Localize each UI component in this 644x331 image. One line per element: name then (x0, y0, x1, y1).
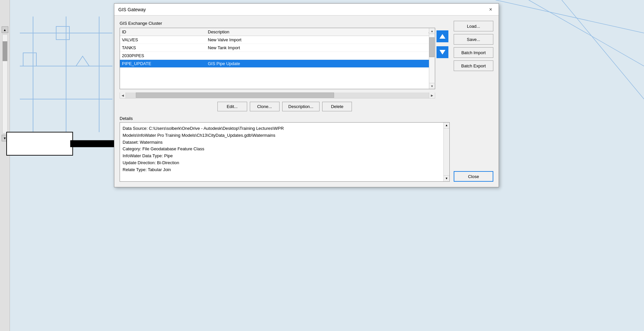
clone-button[interactable]: Clone... (250, 102, 280, 111)
close-button[interactable]: Close (454, 171, 493, 182)
details-scrollbar[interactable]: ▲ ▼ (443, 123, 449, 181)
details-label: Details (120, 116, 450, 121)
details-box: Data Source: C:\Users\solberk\OneDrive -… (120, 122, 450, 182)
cell-desc: New Valve Import (208, 37, 433, 42)
dialog-close-button[interactable]: × (487, 6, 495, 14)
save-button[interactable]: Save... (454, 34, 493, 45)
gis-gateway-dialog: GIS Gateway × GIS Exchange Cluster ID De… (114, 3, 499, 187)
cell-id: VALVES (122, 37, 208, 42)
cell-id: PIPE_UPDATE (122, 61, 208, 66)
svg-marker-8 (76, 56, 89, 66)
edit-button[interactable]: Edit... (217, 102, 247, 111)
load-button[interactable]: Load... (454, 21, 493, 31)
delete-button[interactable]: Delete (322, 102, 352, 111)
col-header-id: ID (122, 29, 208, 34)
h-scroll-right[interactable]: ▶ (429, 92, 435, 98)
col-header-description: Description (208, 29, 426, 34)
table-row-selected[interactable]: PIPE_UPDATE GIS Pipe Update (120, 60, 435, 68)
dialog-sidebar: Load... Save... Batch Import Batch Expor… (454, 21, 493, 182)
cell-id: 2030PIPES (122, 53, 208, 58)
svg-line-10 (562, 0, 644, 99)
table-row[interactable]: 2030PIPES (120, 52, 435, 60)
table-row[interactable]: TANKS New Tank Import (120, 44, 435, 52)
exchange-cluster-table: ID Description ▲ VALVES New Valve Import (120, 28, 435, 102)
cell-desc: GIS Pipe Update (208, 61, 433, 66)
batch-import-button[interactable]: Batch Import (454, 47, 493, 58)
action-buttons-row: Edit... Clone... Description... Delete (120, 102, 450, 111)
table-row[interactable]: VALVES New Valve Import (120, 36, 435, 44)
details-scroll-down[interactable]: ▼ (444, 175, 449, 181)
table-header: ID Description ▲ (120, 28, 435, 36)
cell-desc: New Tank Import (208, 45, 433, 50)
h-scroll-left[interactable]: ◀ (120, 92, 126, 98)
svg-rect-12 (7, 132, 73, 155)
details-text: Data Source: C:\Users\solberk\OneDrive -… (123, 125, 447, 173)
scroll-up-arrow[interactable]: ▲ (2, 26, 8, 33)
cell-desc (208, 53, 433, 58)
description-button[interactable]: Description... (282, 102, 320, 111)
dialog-titlebar: GIS Gateway × (114, 4, 499, 16)
batch-export-button[interactable]: Batch Export (454, 60, 493, 71)
cell-id: TANKS (122, 45, 208, 50)
table-scroll-down[interactable]: ▼ (429, 83, 435, 89)
dialog-title: GIS Gateway (118, 7, 146, 12)
move-down-button[interactable] (436, 46, 448, 58)
svg-line-9 (529, 0, 644, 66)
exchange-cluster-label: GIS Exchange Cluster (120, 21, 450, 26)
table-scroll-up[interactable]: ▲ (429, 28, 435, 34)
details-scroll-up[interactable]: ▲ (444, 123, 449, 129)
svg-line-11 (496, 0, 644, 33)
table-vertical-scrollbar[interactable]: ▲ ▼ (429, 28, 435, 89)
move-up-button[interactable] (436, 30, 448, 42)
table-horizontal-scrollbar[interactable]: ◀ ▶ (120, 92, 435, 98)
table-body: VALVES New Valve Import TANKS New Tank I… (120, 36, 435, 89)
svg-rect-6 (23, 53, 36, 66)
nav-arrows-column (435, 28, 450, 102)
